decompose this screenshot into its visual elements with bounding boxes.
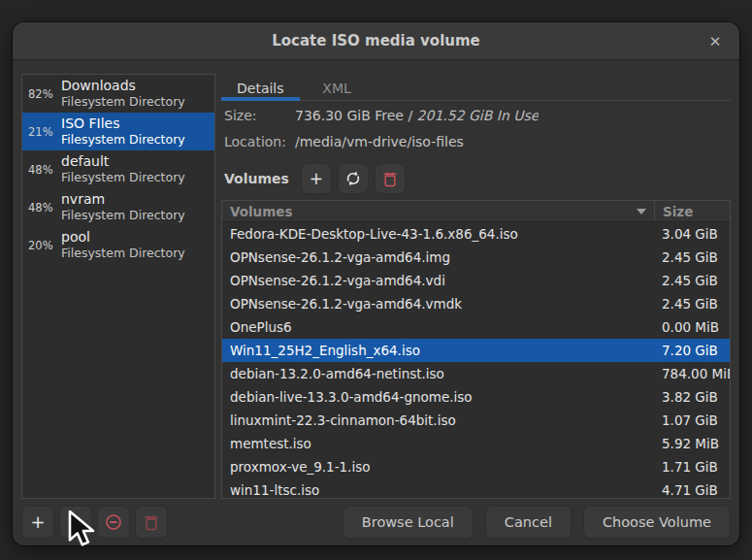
play-icon: [71, 514, 83, 530]
plus-icon: +: [310, 171, 323, 187]
volumes-toolbar: Volumes +: [221, 163, 731, 194]
plus-icon: +: [30, 513, 45, 531]
volume-name: linuxmint-22.3-cinnamon-64bit.iso: [222, 412, 654, 428]
pool-details-panel: Details XML Size: 736.30 GiB Free / 201.…: [221, 74, 731, 499]
volume-name: OnePlus6: [222, 319, 654, 335]
size-value: 736.30 GiB Free / 201.52 GiB In Use: [295, 105, 539, 127]
volume-size: 2.45 GiB: [654, 296, 730, 312]
pool-name: Downloads: [61, 78, 185, 94]
trash-icon: [144, 514, 159, 531]
refresh-volumes-button[interactable]: [338, 163, 369, 194]
volumes-section-label: Volumes: [221, 171, 289, 186]
tab[interactable]: Details: [221, 74, 300, 100]
volume-row[interactable]: win11-ltsc.iso 4.71 GiB: [222, 478, 730, 498]
volume-size: 1.07 GiB: [654, 412, 730, 428]
pool-type: Filesystem Directory: [61, 208, 185, 223]
pool-type: Filesystem Directory: [61, 170, 185, 185]
volume-row[interactable]: Win11_25H2_English_x64.iso 7.20 GiB: [222, 339, 730, 362]
close-button[interactable]: ✕: [703, 29, 728, 54]
volume-size: 4.71 GiB: [654, 482, 730, 498]
volume-size: 3.04 GiB: [654, 226, 730, 242]
volume-row[interactable]: Fedora-KDE-Desktop-Live-43-1.6.x86_64.is…: [222, 222, 730, 246]
volume-name: debian-live-13.3.0-amd64-gnome.iso: [222, 389, 654, 405]
location-label: Location:: [221, 131, 295, 153]
size-in-use: 201.52 GiB In Use: [417, 108, 539, 123]
pool-usage-percent: 21%: [28, 125, 57, 139]
volume-size: 1.71 GiB: [654, 459, 730, 475]
volume-size: 2.45 GiB: [654, 249, 730, 265]
choose-volume-button[interactable]: Choose Volume: [583, 506, 731, 539]
storage-pool-item[interactable]: 48% nvram Filesystem Directory: [22, 188, 214, 226]
pool-name: ISO FIles: [61, 115, 185, 132]
storage-pool-item[interactable]: 48% default Filesystem Directory: [22, 150, 214, 188]
pool-type: Filesystem Directory: [61, 132, 185, 148]
volume-row[interactable]: linuxmint-22.3-cinnamon-64bit.iso 1.07 G…: [222, 409, 730, 432]
pool-name: pool: [61, 229, 185, 246]
volumes-table-header: Volumes Size: [222, 201, 730, 222]
stop-pool-button[interactable]: [97, 506, 130, 539]
volume-row[interactable]: memtest.iso 5.92 MiB: [222, 432, 730, 455]
volume-row[interactable]: proxmox-ve_9.1-1.iso 1.71 GiB: [222, 455, 730, 478]
volume-name: OPNsense-26.1.2-vga-amd64.img: [222, 249, 654, 265]
volume-name: OPNsense-26.1.2-vga-amd64.vdi: [222, 273, 654, 288]
stop-icon: [105, 513, 122, 531]
start-pool-button[interactable]: [59, 506, 92, 539]
volume-size: 0.00 MiB: [654, 319, 730, 335]
volume-row[interactable]: OPNsense-26.1.2-vga-amd64.vdi 2.45 GiB: [222, 269, 730, 292]
pool-name: nvram: [61, 191, 185, 208]
dialog-footer: + Browse Local Cancel Choose Volume: [13, 499, 739, 545]
volume-name: memtest.iso: [222, 436, 654, 451]
volume-size: 3.82 GiB: [654, 389, 730, 405]
volume-size: 7.20 GiB: [654, 343, 730, 358]
volume-row[interactable]: debian-live-13.3.0-amd64-gnome.iso 3.82 …: [222, 385, 730, 409]
storage-pool-list: 82% Downloads Filesystem Directory 21% I…: [21, 74, 215, 499]
pool-usage-percent: 82%: [28, 87, 57, 101]
column-header-volumes[interactable]: Volumes: [222, 201, 654, 221]
location-row: Location: /media/vm-drive/iso-files: [221, 131, 731, 153]
volume-name: debian-13.2.0-amd64-netinst.iso: [222, 366, 654, 381]
pool-type: Filesystem Directory: [61, 94, 185, 110]
volume-size: 784.00 MiB: [654, 366, 730, 381]
pool-usage-percent: 48%: [28, 201, 57, 214]
column-header-size[interactable]: Size: [654, 201, 730, 221]
volume-size: 5.92 MiB: [654, 436, 730, 451]
storage-pool-item[interactable]: 20% pool Filesystem Directory: [22, 226, 214, 264]
size-row: Size: 736.30 GiB Free / 201.52 GiB In Us…: [221, 105, 731, 127]
volumes-table-body: Fedora-KDE-Desktop-Live-43-1.6.x86_64.is…: [222, 222, 730, 498]
storage-pool-item[interactable]: 21% ISO FIles Filesystem Directory: [22, 113, 214, 150]
tab-label: Details: [237, 81, 284, 96]
volume-name: OPNsense-26.1.2-vga-amd64.vmdk: [222, 296, 654, 312]
pool-usage-percent: 48%: [28, 163, 57, 177]
volume-row[interactable]: OnePlus6 0.00 MiB: [222, 315, 730, 339]
pool-type: Filesystem Directory: [61, 246, 185, 261]
tab-bar: Details XML: [221, 74, 731, 101]
volume-row[interactable]: debian-13.2.0-amd64-netinst.iso 784.00 M…: [222, 362, 730, 385]
volume-name: Fedora-KDE-Desktop-Live-43-1.6.x86_64.is…: [222, 226, 654, 242]
tab[interactable]: XML: [300, 74, 375, 100]
close-icon: ✕: [709, 33, 722, 50]
volume-row[interactable]: OPNsense-26.1.2-vga-amd64.img 2.45 GiB: [222, 246, 730, 269]
volume-row[interactable]: OPNsense-26.1.2-vga-amd64.vmdk 2.45 GiB: [222, 292, 730, 315]
location-value: /media/vm-drive/iso-files: [295, 131, 464, 153]
volume-size: 2.45 GiB: [654, 273, 730, 288]
locate-iso-dialog: Locate ISO media volume ✕ 82% Downloads …: [13, 22, 739, 545]
size-label: Size:: [221, 105, 295, 127]
pool-name: default: [61, 153, 185, 170]
tab-label: XML: [322, 81, 350, 96]
desktop-backdrop: { "dialog": { "title": "Locate ISO media…: [0, 0, 752, 560]
pool-usage-percent: 20%: [28, 239, 57, 252]
delete-volume-button[interactable]: [375, 163, 406, 194]
volume-name: proxmox-ve_9.1-1.iso: [222, 459, 654, 475]
dialog-content: 82% Downloads Filesystem Directory 21% I…: [13, 60, 739, 499]
add-pool-button[interactable]: +: [21, 506, 54, 539]
delete-pool-button[interactable]: [135, 506, 168, 539]
add-volume-button[interactable]: +: [301, 163, 332, 194]
trash-icon: [382, 171, 398, 187]
sort-descending-icon: [637, 209, 646, 214]
cancel-button[interactable]: Cancel: [485, 506, 572, 539]
volume-name: win11-ltsc.iso: [222, 482, 654, 498]
storage-pool-item[interactable]: 82% Downloads Filesystem Directory: [22, 75, 214, 113]
volume-name: Win11_25H2_English_x64.iso: [222, 343, 654, 358]
volumes-table: Volumes Size Fedora-KDE-Desktop-Live-43-…: [221, 200, 731, 499]
browse-local-button[interactable]: Browse Local: [343, 506, 474, 539]
